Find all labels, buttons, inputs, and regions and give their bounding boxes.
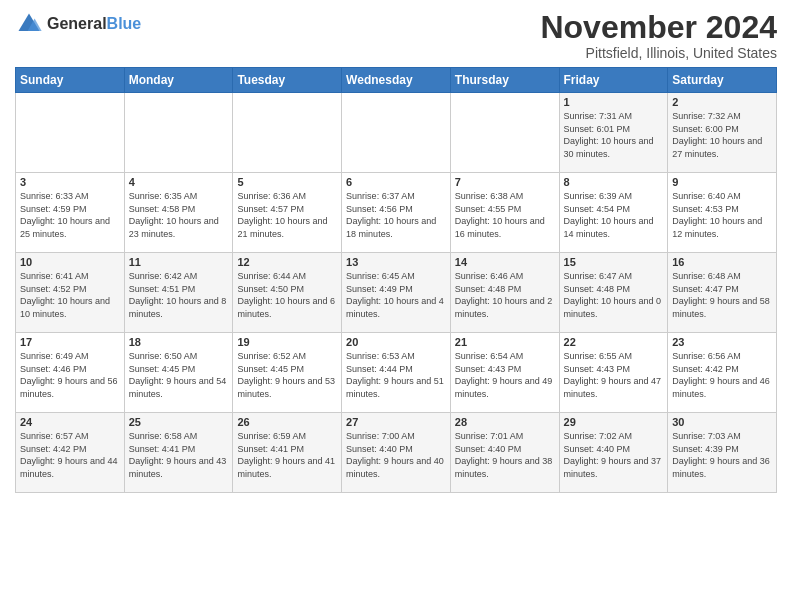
day-info: Sunrise: 7:02 AM Sunset: 4:40 PM Dayligh…: [564, 430, 664, 480]
header-row: Sunday Monday Tuesday Wednesday Thursday…: [16, 68, 777, 93]
day-number: 30: [672, 416, 772, 428]
week-row-2: 10Sunrise: 6:41 AM Sunset: 4:52 PM Dayli…: [16, 253, 777, 333]
day-info: Sunrise: 6:38 AM Sunset: 4:55 PM Dayligh…: [455, 190, 555, 240]
day-info: Sunrise: 6:59 AM Sunset: 4:41 PM Dayligh…: [237, 430, 337, 480]
day-number: 13: [346, 256, 446, 268]
day-info: Sunrise: 6:47 AM Sunset: 4:48 PM Dayligh…: [564, 270, 664, 320]
day-cell: [342, 93, 451, 173]
day-info: Sunrise: 7:32 AM Sunset: 6:00 PM Dayligh…: [672, 110, 772, 160]
day-cell: [233, 93, 342, 173]
day-info: Sunrise: 6:50 AM Sunset: 4:45 PM Dayligh…: [129, 350, 229, 400]
day-cell: 28Sunrise: 7:01 AM Sunset: 4:40 PM Dayli…: [450, 413, 559, 493]
day-info: Sunrise: 6:54 AM Sunset: 4:43 PM Dayligh…: [455, 350, 555, 400]
day-cell: 10Sunrise: 6:41 AM Sunset: 4:52 PM Dayli…: [16, 253, 125, 333]
col-sunday: Sunday: [16, 68, 125, 93]
day-number: 2: [672, 96, 772, 108]
day-number: 10: [20, 256, 120, 268]
day-number: 16: [672, 256, 772, 268]
title-section: November 2024 Pittsfield, Illinois, Unit…: [540, 10, 777, 61]
day-info: Sunrise: 6:55 AM Sunset: 4:43 PM Dayligh…: [564, 350, 664, 400]
day-info: Sunrise: 6:42 AM Sunset: 4:51 PM Dayligh…: [129, 270, 229, 320]
col-monday: Monday: [124, 68, 233, 93]
day-cell: 4Sunrise: 6:35 AM Sunset: 4:58 PM Daylig…: [124, 173, 233, 253]
day-cell: 9Sunrise: 6:40 AM Sunset: 4:53 PM Daylig…: [668, 173, 777, 253]
col-saturday: Saturday: [668, 68, 777, 93]
calendar-container: GeneralBlue November 2024 Pittsfield, Il…: [0, 0, 792, 498]
day-cell: 6Sunrise: 6:37 AM Sunset: 4:56 PM Daylig…: [342, 173, 451, 253]
day-cell: 27Sunrise: 7:00 AM Sunset: 4:40 PM Dayli…: [342, 413, 451, 493]
day-info: Sunrise: 6:49 AM Sunset: 4:46 PM Dayligh…: [20, 350, 120, 400]
day-info: Sunrise: 6:58 AM Sunset: 4:41 PM Dayligh…: [129, 430, 229, 480]
day-cell: 23Sunrise: 6:56 AM Sunset: 4:42 PM Dayli…: [668, 333, 777, 413]
day-info: Sunrise: 6:44 AM Sunset: 4:50 PM Dayligh…: [237, 270, 337, 320]
day-info: Sunrise: 6:37 AM Sunset: 4:56 PM Dayligh…: [346, 190, 446, 240]
logo: GeneralBlue: [15, 10, 141, 38]
day-info: Sunrise: 6:52 AM Sunset: 4:45 PM Dayligh…: [237, 350, 337, 400]
day-number: 20: [346, 336, 446, 348]
subtitle: Pittsfield, Illinois, United States: [540, 45, 777, 61]
day-info: Sunrise: 7:31 AM Sunset: 6:01 PM Dayligh…: [564, 110, 664, 160]
day-cell: 21Sunrise: 6:54 AM Sunset: 4:43 PM Dayli…: [450, 333, 559, 413]
day-number: 12: [237, 256, 337, 268]
day-info: Sunrise: 6:35 AM Sunset: 4:58 PM Dayligh…: [129, 190, 229, 240]
day-cell: 16Sunrise: 6:48 AM Sunset: 4:47 PM Dayli…: [668, 253, 777, 333]
day-cell: 11Sunrise: 6:42 AM Sunset: 4:51 PM Dayli…: [124, 253, 233, 333]
day-number: 7: [455, 176, 555, 188]
day-number: 25: [129, 416, 229, 428]
day-info: Sunrise: 6:33 AM Sunset: 4:59 PM Dayligh…: [20, 190, 120, 240]
day-info: Sunrise: 6:41 AM Sunset: 4:52 PM Dayligh…: [20, 270, 120, 320]
day-info: Sunrise: 7:03 AM Sunset: 4:39 PM Dayligh…: [672, 430, 772, 480]
day-number: 9: [672, 176, 772, 188]
day-info: Sunrise: 6:48 AM Sunset: 4:47 PM Dayligh…: [672, 270, 772, 320]
day-cell: 3Sunrise: 6:33 AM Sunset: 4:59 PM Daylig…: [16, 173, 125, 253]
col-friday: Friday: [559, 68, 668, 93]
day-number: 1: [564, 96, 664, 108]
day-number: 17: [20, 336, 120, 348]
day-number: 6: [346, 176, 446, 188]
week-row-4: 24Sunrise: 6:57 AM Sunset: 4:42 PM Dayli…: [16, 413, 777, 493]
day-number: 21: [455, 336, 555, 348]
day-cell: 29Sunrise: 7:02 AM Sunset: 4:40 PM Dayli…: [559, 413, 668, 493]
day-number: 28: [455, 416, 555, 428]
day-number: 3: [20, 176, 120, 188]
day-cell: 17Sunrise: 6:49 AM Sunset: 4:46 PM Dayli…: [16, 333, 125, 413]
day-cell: 22Sunrise: 6:55 AM Sunset: 4:43 PM Dayli…: [559, 333, 668, 413]
month-title: November 2024: [540, 10, 777, 45]
day-info: Sunrise: 6:46 AM Sunset: 4:48 PM Dayligh…: [455, 270, 555, 320]
day-number: 18: [129, 336, 229, 348]
day-cell: 5Sunrise: 6:36 AM Sunset: 4:57 PM Daylig…: [233, 173, 342, 253]
day-number: 27: [346, 416, 446, 428]
day-number: 8: [564, 176, 664, 188]
day-cell: [450, 93, 559, 173]
day-cell: 14Sunrise: 6:46 AM Sunset: 4:48 PM Dayli…: [450, 253, 559, 333]
day-number: 29: [564, 416, 664, 428]
day-cell: 2Sunrise: 7:32 AM Sunset: 6:00 PM Daylig…: [668, 93, 777, 173]
day-cell: 13Sunrise: 6:45 AM Sunset: 4:49 PM Dayli…: [342, 253, 451, 333]
day-info: Sunrise: 6:57 AM Sunset: 4:42 PM Dayligh…: [20, 430, 120, 480]
day-number: 26: [237, 416, 337, 428]
day-info: Sunrise: 7:01 AM Sunset: 4:40 PM Dayligh…: [455, 430, 555, 480]
day-cell: 8Sunrise: 6:39 AM Sunset: 4:54 PM Daylig…: [559, 173, 668, 253]
week-row-1: 3Sunrise: 6:33 AM Sunset: 4:59 PM Daylig…: [16, 173, 777, 253]
day-number: 22: [564, 336, 664, 348]
day-number: 23: [672, 336, 772, 348]
day-number: 14: [455, 256, 555, 268]
day-number: 19: [237, 336, 337, 348]
day-cell: 1Sunrise: 7:31 AM Sunset: 6:01 PM Daylig…: [559, 93, 668, 173]
day-number: 24: [20, 416, 120, 428]
day-cell: 7Sunrise: 6:38 AM Sunset: 4:55 PM Daylig…: [450, 173, 559, 253]
col-thursday: Thursday: [450, 68, 559, 93]
week-row-0: 1Sunrise: 7:31 AM Sunset: 6:01 PM Daylig…: [16, 93, 777, 173]
day-number: 15: [564, 256, 664, 268]
day-info: Sunrise: 6:45 AM Sunset: 4:49 PM Dayligh…: [346, 270, 446, 320]
day-info: Sunrise: 6:56 AM Sunset: 4:42 PM Dayligh…: [672, 350, 772, 400]
logo-icon: [15, 10, 43, 38]
day-number: 11: [129, 256, 229, 268]
calendar-table: Sunday Monday Tuesday Wednesday Thursday…: [15, 67, 777, 493]
col-wednesday: Wednesday: [342, 68, 451, 93]
day-info: Sunrise: 6:36 AM Sunset: 4:57 PM Dayligh…: [237, 190, 337, 240]
day-cell: 18Sunrise: 6:50 AM Sunset: 4:45 PM Dayli…: [124, 333, 233, 413]
day-cell: 25Sunrise: 6:58 AM Sunset: 4:41 PM Dayli…: [124, 413, 233, 493]
day-cell: 30Sunrise: 7:03 AM Sunset: 4:39 PM Dayli…: [668, 413, 777, 493]
day-number: 5: [237, 176, 337, 188]
